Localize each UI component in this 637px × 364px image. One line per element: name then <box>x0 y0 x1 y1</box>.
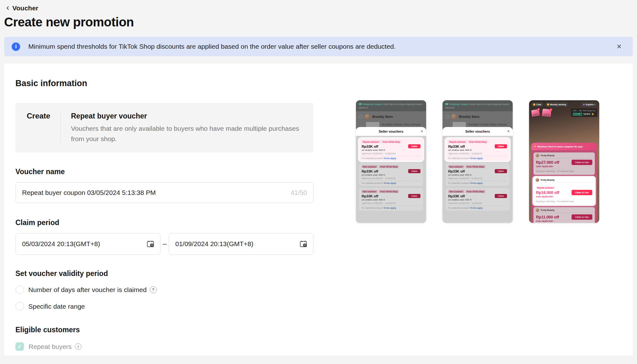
back-link[interactable]: ‹ Voucher <box>0 0 38 12</box>
explore-label: Explore › <box>586 103 595 106</box>
voucher-card-dimmed: New customerFrom TikTok Shop Rp33K offCl… <box>359 163 423 186</box>
sheet-header: Seller vouchers × <box>443 127 513 136</box>
voucher-footer-text: For selected products <box>362 182 383 184</box>
coupons-panel-header: ✦ Woohoo! Here're some coupons for you: <box>531 143 597 150</box>
coupon-expiry: Expiring in dd/mm/yy · For selected shop… <box>536 200 592 202</box>
repeat-buyers-checkbox[interactable]: ✓ <box>15 342 24 351</box>
voucher-threshold: on orders over 400 K <box>362 174 420 176</box>
voucher-amount: Rp33K off <box>362 145 378 148</box>
dashed-divider <box>448 206 507 206</box>
voucher-footer: For selected products Terms apply <box>362 157 420 159</box>
info-icon: i <box>12 42 20 51</box>
live-top-pills: Chat Weekly ranking ◆Explore › <box>529 100 599 107</box>
voucher-footer-text: For selected products <box>448 182 470 184</box>
validity-option-range: Specific date range <box>15 302 633 311</box>
claim-end-input[interactable]: 01/09/2024 20:13(GMT+8) <box>169 233 313 255</box>
voucher-type-title: Repeat buyer voucher <box>71 111 313 121</box>
voucher-name-input[interactable] <box>15 182 313 203</box>
info-icon[interactable]: i <box>75 343 82 350</box>
coupons-panel-title: Woohoo! Here're some coupons for you: <box>538 145 583 148</box>
store-avatar <box>365 114 370 119</box>
terms-apply-link: Terms apply <box>470 157 483 159</box>
radio-days-label: Number of days after voucher is claimed <box>28 286 147 294</box>
voucher-footer-text: For selected products <box>362 157 383 159</box>
chevron-right-icon: › <box>395 115 396 119</box>
voucher-card-dimmed: New customerFrom TikTok Shop Rp33K offCl… <box>359 188 423 211</box>
banner-text: Minimum spend thresholds for TikTok Shop… <box>28 43 615 50</box>
store-radio-icon <box>359 115 363 119</box>
voucher-card-highlighted: Repeat customerFrom TikTok Shop Rp33K of… <box>359 138 423 161</box>
shipping-coupon-strip: Shipping Coupon Select items to enjoy sh… <box>443 100 513 111</box>
voucher-tag: New customer <box>448 190 464 193</box>
repeat-buyers-label: Repeat buyers <box>29 343 72 350</box>
party-icon: ✦ <box>534 145 536 148</box>
claim-period-row: 05/03/2024 20:13(GMT+8) – 01/09/2024 20:… <box>15 233 313 255</box>
radio-days-after-claim[interactable] <box>15 285 24 294</box>
shipping-coupon-title: Shipping Coupon <box>363 103 382 106</box>
voucher-type-info: Repeat buyer voucher Vouchers that are o… <box>61 111 313 144</box>
sheet-title: Seller vouchers <box>379 130 403 133</box>
calendar-clock-icon <box>299 240 307 248</box>
close-icon: × <box>421 129 423 134</box>
voucher-validity: Valid from 11/25/2022 - 11/26/2022 <box>448 177 507 179</box>
live-mid-row: 6 04:59 3 04:26 ▴09 → 08 | TOP 10 get re… <box>529 108 599 122</box>
coupons-panel: ✦ Woohoo! Here're some coupons for you: … <box>531 143 597 223</box>
voucher-validity: Valid from 11/25/2022 - 11/26/2022 <box>448 202 507 204</box>
voucher-footer-text: For selected products <box>448 157 470 159</box>
radio-range-label: Specific date range <box>28 303 85 310</box>
megaphone-icon <box>592 113 594 115</box>
voucher-tag: From TikTok Shop <box>381 140 401 143</box>
banner-close-icon[interactable]: × <box>615 42 623 52</box>
chat-icon <box>533 103 535 106</box>
coupon-store-row: Fenty Beauty <box>533 177 595 183</box>
ranking-status-box: ▴09 → 08 | TOP 10 get rew 233467 behind <box>571 108 597 117</box>
coupon-body: Repeat customer Rp16.000 offClaim & Use … <box>533 183 595 205</box>
voucher-tag: From TikTok Shop <box>379 165 399 168</box>
terms-apply-link: Terms apply <box>383 157 396 159</box>
basic-information-card: Basic information Create Repeat buyer vo… <box>4 63 633 356</box>
coupon-expiry: Expiring in dd/mm/yy · For selected shop… <box>536 170 592 172</box>
dashed-divider <box>536 199 592 199</box>
coupon-amount: Rp11.000 off <box>536 215 559 219</box>
terms-apply-link: Terms apply <box>470 207 483 209</box>
voucher-validity: Valid from 11/25/2022 - 11/26/2022 <box>362 202 420 204</box>
coupon-threshold: Order Rp300.000+ <box>536 196 592 198</box>
dashed-divider <box>362 181 420 181</box>
calendar-clock-icon <box>146 240 155 248</box>
claim-and-use-button: Claim & Use <box>572 190 592 195</box>
store-name: Fenty Beauty <box>541 154 555 157</box>
claim-button: Claim <box>495 169 507 173</box>
voucher-amount: Rp33K off <box>448 145 465 148</box>
store-name: Fenty Beauty <box>541 179 555 181</box>
coupon-body: Rp11.000 offClaim & Use Order Rp300.000+… <box>533 213 595 223</box>
coupon-store-row: Fenty Beauty <box>533 152 595 158</box>
gift-timer: 04:26 <box>544 114 549 117</box>
dashed-divider <box>448 181 507 181</box>
shipping-coupon-title: Shipping Coupon <box>449 103 469 106</box>
seller-vouchers-sheet: Seller vouchers × Repeat customerFrom Ti… <box>356 127 426 223</box>
radio-specific-date-range[interactable] <box>15 302 24 311</box>
gift-timer: 04:59 <box>533 114 538 116</box>
explore-pill: ◆Explore › <box>581 102 597 107</box>
gift-badge: 3 04:26 <box>542 109 551 117</box>
voucher-footer: For selected products Terms apply <box>448 207 507 209</box>
voucher-footer-text: For selected products <box>448 207 470 209</box>
voucher-threshold: on orders over 400 K <box>448 174 507 176</box>
product-name: Brooklyn Classic Navy Canvas <box>382 122 420 126</box>
store-row: Brookly Store › <box>356 111 426 122</box>
close-icon: × <box>507 129 510 134</box>
dashed-divider <box>362 206 420 206</box>
chat-label: Chat <box>536 103 541 106</box>
eligible-customers-label: Eligible customers <box>15 326 633 334</box>
voucher-type-description: Vouchers that are only available to buye… <box>71 123 313 144</box>
truck-icon <box>445 103 448 105</box>
voucher-amount: Rp33K off <box>362 169 378 173</box>
store-avatar <box>451 114 457 119</box>
help-icon[interactable]: ? <box>150 286 157 293</box>
live-coupon-card-highlighted: Fenty Beauty Repeat customer Rp16.000 of… <box>533 177 595 205</box>
store-row: Brookly Store › <box>443 111 513 122</box>
voucher-tag: From TikTok Shop <box>465 190 485 193</box>
voucher-card-list: Repeat customerFrom TikTok Shop Rp33K of… <box>356 136 426 223</box>
claim-start-input[interactable]: 05/03/2024 20:13(GMT+8) <box>15 233 161 255</box>
explore-icon: ◆ <box>583 103 585 106</box>
